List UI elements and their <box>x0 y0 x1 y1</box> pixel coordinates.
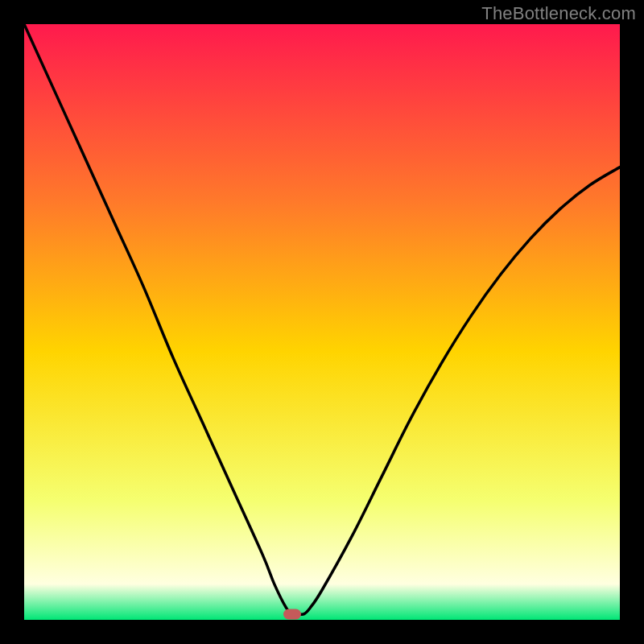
gradient-background <box>24 24 620 620</box>
plot-area <box>24 24 620 620</box>
chart-frame: TheBottleneck.com <box>0 0 644 644</box>
chart-svg <box>24 24 620 620</box>
bottleneck-marker <box>283 609 301 619</box>
watermark-text: TheBottleneck.com <box>481 3 636 24</box>
